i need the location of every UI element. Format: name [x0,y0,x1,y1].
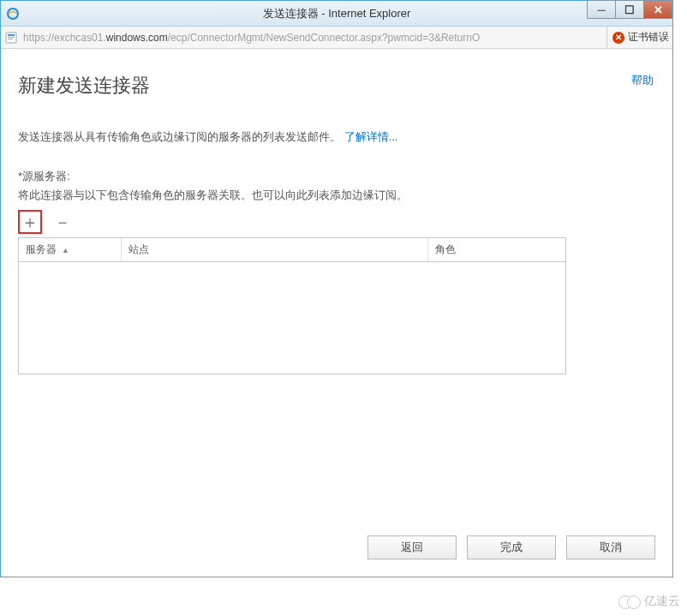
server-table: 服务器 ▲ 站点 角色 [18,237,566,374]
cloud-icon [618,594,641,609]
titlebar: 发送连接器 - Internet Explorer ─ ☐ ✕ [1,1,672,27]
remove-button[interactable]: － [51,210,75,234]
svg-rect-4 [8,39,13,39]
minus-icon: － [54,211,71,234]
page-content: 帮助 新建发送连接器 发送连接器从具有传输角色或边缘订阅的服务器的列表发送邮件。… [1,49,672,577]
add-button[interactable]: ＋ [18,210,42,234]
column-server[interactable]: 服务器 ▲ [19,238,122,261]
finish-button[interactable]: 完成 [467,535,556,559]
learn-more-link[interactable]: 了解详情... [344,130,398,143]
back-button[interactable]: 返回 [367,535,457,559]
browser-window: 发送连接器 - Internet Explorer ─ ☐ ✕ https://… [0,0,673,577]
page-title: 新建发送连接器 [18,73,655,99]
window-title: 发送连接器 - Internet Explorer [263,6,411,21]
cert-error-badge[interactable]: ✕ 证书错误 [606,27,669,48]
close-button[interactable]: ✕ [643,0,672,19]
url-text[interactable]: https://exchcas01.windows.com/ecp/Connec… [23,32,606,44]
svg-rect-2 [8,34,15,36]
window-controls: ─ ☐ ✕ [588,0,672,19]
table-body[interactable] [19,262,565,374]
cert-error-text: 证书错误 [628,30,669,45]
minimize-button[interactable]: ─ [587,0,616,19]
source-server-help: 将此连接器与以下包含传输角色的服务器关联。也可以向此列表添加边缘订阅。 [18,188,655,203]
plus-icon: ＋ [21,211,39,234]
svg-rect-3 [8,37,15,38]
ie-icon [6,7,20,21]
cert-error-icon: ✕ [612,32,624,44]
source-server-label: *源服务器: [18,169,655,184]
column-site[interactable]: 站点 [122,238,428,261]
description: 发送连接器从具有传输角色或边缘订阅的服务器的列表发送邮件。 了解详情... [18,129,655,145]
help-link[interactable]: 帮助 [631,73,654,88]
cancel-button[interactable]: 取消 [566,535,655,559]
sort-asc-icon: ▲ [62,246,69,254]
table-header: 服务器 ▲ 站点 角色 [19,238,565,262]
address-bar: https://exchcas01.windows.com/ecp/Connec… [1,27,672,49]
column-role[interactable]: 角色 [428,238,565,261]
list-toolbar: ＋ － [18,210,655,234]
maximize-button[interactable]: ☐ [615,0,644,19]
footer-buttons: 返回 完成 取消 [367,535,655,559]
page-icon [4,31,18,45]
watermark: 亿速云 [618,594,680,609]
